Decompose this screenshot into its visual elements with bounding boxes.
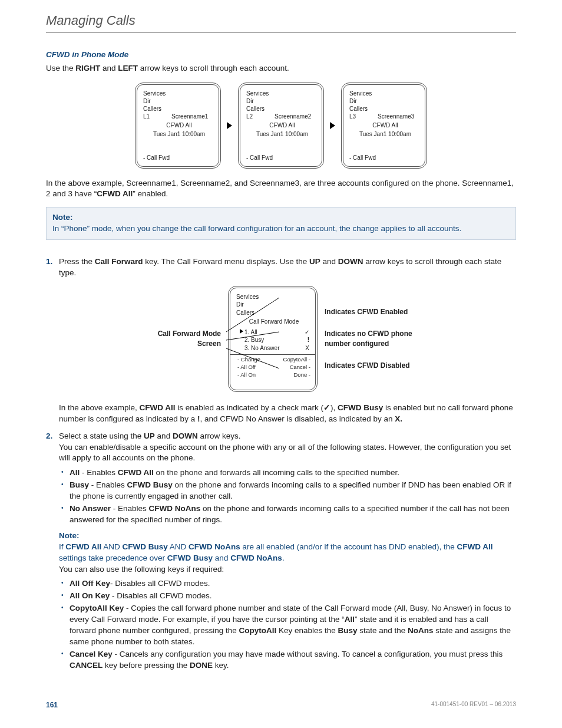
t: Use the: [46, 64, 75, 73]
t: DONE: [190, 661, 213, 670]
t: DOWN: [173, 431, 198, 440]
date-label: Tues Jan1 10:00am: [349, 130, 421, 138]
t: Callers: [143, 105, 215, 113]
check-icon: ✓: [305, 328, 309, 337]
t: ),: [330, 403, 338, 412]
t: - Disables all CFWD modes.: [110, 591, 211, 600]
t: Services: [246, 90, 318, 97]
intro-text: Use the RIGHT and LEFT arrow keys to scr…: [46, 63, 516, 74]
t: Press the: [59, 257, 95, 266]
t: Select a state using the: [59, 431, 144, 440]
cfwd-label: CFWD All: [246, 121, 318, 129]
t: key. The Call Forward menu displays. Use…: [143, 257, 309, 266]
t: Callers: [349, 105, 421, 113]
diagram-left-label: Call Forward Mode Screen: [150, 329, 221, 349]
t: 3. No Answer: [240, 344, 279, 353]
bang-icon: !: [308, 336, 309, 344]
t: CFWD All: [457, 542, 493, 551]
bullet-alloff: All Off Key- Disables all CFWD modes.: [59, 578, 516, 589]
t: - Cancels any configuration you may have…: [113, 650, 503, 658]
t: , and CFWD No Answer is disabled, as ind…: [200, 414, 395, 423]
t: settings take precedence over: [59, 554, 167, 562]
t: Dir: [246, 97, 318, 105]
note-title: Note:: [52, 212, 510, 223]
doc-id: 41-001451-00 REV01 – 06.2013: [431, 700, 516, 710]
cfwd-label: CFWD All: [349, 121, 421, 129]
t: Busy: [338, 626, 358, 635]
t: CFWD NoAns: [149, 504, 201, 513]
bullet-busy: Busy - Enables CFWD Busy on the phone an…: [59, 480, 516, 502]
screenname: Screenname3: [378, 113, 414, 120]
bullet-copytoall: CopytoAll Key - Copies the call forward …: [59, 603, 516, 648]
t: key before pressing the: [103, 661, 190, 670]
t: is enabled as indicated by a check mark …: [176, 403, 323, 412]
t: - Enables: [89, 480, 127, 489]
cfwd-label: CFWD All: [143, 121, 215, 129]
t: Services: [143, 90, 215, 97]
bullet-all: All - Enables CFWD All on the phone and …: [59, 467, 516, 479]
t: Services: [236, 293, 312, 301]
t: Key enables the: [276, 626, 338, 635]
x-icon: X: [305, 344, 309, 353]
t: CFWD Busy: [338, 403, 383, 412]
t: X.: [395, 414, 402, 423]
state-bullets: All - Enables CFWD All on the phone and …: [59, 467, 516, 525]
sk-done: Done -: [283, 371, 310, 379]
t: arrow keys.: [198, 431, 241, 440]
step-2: Select a state using the UP and DOWN arr…: [46, 431, 516, 671]
t: CopytoAll: [239, 626, 276, 635]
ind-nonum: Indicates no CFWD phone number configure…: [325, 329, 425, 349]
step1-after-para: In the above example, CFWD All is enable…: [59, 403, 516, 425]
line-no: L1: [143, 113, 160, 120]
t: CFWD Busy: [127, 480, 173, 489]
t: All: [345, 615, 355, 624]
t: and: [213, 554, 230, 562]
t: - Enables: [111, 504, 149, 513]
t: All Off Key: [70, 579, 110, 588]
t: CFWD All: [97, 189, 133, 198]
key-right: RIGHT: [75, 64, 100, 73]
t: UP: [144, 431, 155, 440]
menu-title: Call Forward Mode: [236, 318, 312, 326]
t: NoAns: [408, 626, 434, 635]
t: and: [155, 431, 173, 440]
t: AND: [168, 542, 189, 551]
t: CopytoAll Key: [70, 604, 124, 612]
t: UP: [309, 257, 320, 266]
ind-enabled: Indicates CFWD Enabled: [325, 307, 425, 317]
sk-alloff: - All Off: [237, 364, 260, 371]
inline-note-title: Note:: [59, 531, 516, 542]
t: Callers: [246, 105, 318, 113]
sk-change: - Change: [237, 356, 260, 364]
opt-row-noanswer: 3. No AnswerX: [236, 344, 312, 353]
t: No Answer: [70, 504, 111, 513]
t: CFWD All: [65, 542, 101, 551]
sk-copytoall: CopytoAll -: [283, 356, 310, 364]
opt-row-all: 1. All✓: [236, 328, 312, 337]
softkey: - Call Fwd: [143, 154, 170, 162]
key-left: LEFT: [118, 64, 138, 73]
sk-cancel: Cancel -: [283, 364, 310, 371]
phone-row: Services Dir Callers L1Screenname1 CFWD …: [46, 83, 516, 169]
check-icon: ✓: [323, 403, 330, 412]
t: arrow keys to scroll through each accoun…: [138, 64, 289, 73]
t: CFWD Busy: [123, 542, 168, 551]
indicator-labels: Indicates CFWD Enabled Indicates no CFWD…: [325, 307, 425, 370]
t: Dir: [349, 97, 421, 105]
t: Dir: [143, 97, 215, 105]
bullet-cancel: Cancel Key - Cancels any configuration y…: [59, 649, 516, 671]
screenname: Screenname2: [275, 113, 311, 120]
t: on the phone and forwards all incoming c…: [154, 468, 399, 477]
t: ” enabled.: [133, 189, 168, 198]
note-box: Note: In “Phone” mode, when you change t…: [46, 207, 516, 240]
t: Callers: [236, 309, 312, 317]
step-1: Press the Call Forward key. The Call For…: [46, 256, 516, 425]
t: Services: [349, 90, 421, 97]
diagram-cfwd-mode: Call Forward Mode Screen Services Dir Ca…: [59, 286, 516, 392]
section-subheading: CFWD in Phone Mode: [46, 50, 516, 61]
page-number: 161: [46, 700, 58, 710]
t: and: [100, 64, 118, 73]
softkey: - Call Fwd: [246, 154, 273, 162]
t: You can enable/disable a specific accoun…: [59, 442, 516, 465]
page-header: Managing Calls: [46, 12, 516, 33]
